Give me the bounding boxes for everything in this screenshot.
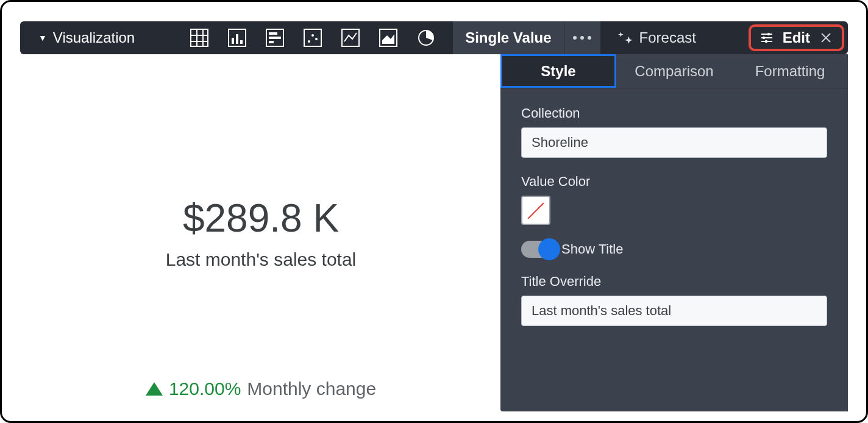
up-triangle-icon <box>146 382 163 396</box>
svg-rect-12 <box>269 41 274 43</box>
comparison-percent: 120.00% <box>169 379 241 399</box>
tab-formatting[interactable]: Formatting <box>732 54 848 88</box>
svg-rect-0 <box>191 29 208 46</box>
pie-chart-icon[interactable] <box>416 28 436 48</box>
show-title-label: Show Title <box>561 241 624 257</box>
table-icon[interactable] <box>190 28 209 48</box>
comparison-label: Monthly change <box>247 379 376 399</box>
value-color-swatch[interactable] <box>521 196 550 225</box>
more-chart-types-button[interactable] <box>564 21 600 54</box>
collection-input[interactable] <box>521 127 827 158</box>
visualization-dropdown[interactable]: ▼ Visualization <box>20 21 147 54</box>
column-chart-icon[interactable] <box>227 28 247 48</box>
svg-rect-11 <box>269 37 281 39</box>
area-chart-icon[interactable] <box>379 28 398 48</box>
svg-rect-7 <box>236 34 238 44</box>
svg-point-23 <box>767 33 769 35</box>
single-value-visualization: $289.8 K Last month's sales total 120.00… <box>20 54 502 411</box>
svg-point-21 <box>764 40 767 43</box>
svg-point-16 <box>315 38 318 40</box>
single-value-label: Single Value <box>465 29 551 46</box>
primary-value: $289.8 K <box>183 196 339 241</box>
panel-body: Collection Value Color Show Title Title … <box>500 88 848 343</box>
bar-chart-icon[interactable] <box>265 28 285 48</box>
comparison-row: 120.00% Monthly change <box>20 379 502 399</box>
svg-rect-13 <box>304 29 321 46</box>
svg-rect-10 <box>269 32 277 35</box>
caret-down-icon: ▼ <box>38 33 47 43</box>
tab-style[interactable]: Style <box>500 54 616 88</box>
title-override-input[interactable] <box>521 296 827 326</box>
scatter-chart-icon[interactable] <box>303 28 322 48</box>
svg-marker-19 <box>382 34 394 44</box>
visualization-label: Visualization <box>53 29 135 46</box>
title-override-field: Title Override <box>521 274 827 326</box>
visualization-toolbar: ▼ Visualization <box>20 21 848 54</box>
value-title: Last month's sales total <box>166 249 357 270</box>
forecast-button[interactable]: Forecast <box>600 21 713 54</box>
tune-icon[interactable] <box>760 30 774 45</box>
show-title-toggle[interactable] <box>521 241 558 258</box>
svg-point-22 <box>762 37 764 39</box>
sparkle-icon <box>617 30 633 46</box>
edit-button-group: Edit <box>749 24 844 51</box>
collection-field: Collection <box>521 105 827 158</box>
close-icon[interactable] <box>819 30 833 45</box>
svg-rect-8 <box>240 40 243 44</box>
chart-type-icons <box>190 28 436 48</box>
single-value-tab[interactable]: Single Value <box>453 21 563 54</box>
svg-rect-6 <box>232 38 234 44</box>
app-frame: ▼ Visualization <box>0 0 868 423</box>
edit-label[interactable]: Edit <box>783 29 810 46</box>
value-color-field: Value Color <box>521 174 827 225</box>
title-override-label: Title Override <box>521 274 827 290</box>
show-title-field: Show Title <box>521 241 827 258</box>
value-color-label: Value Color <box>521 174 827 190</box>
panel-tabs: Style Comparison Formatting <box>500 54 848 88</box>
svg-point-14 <box>308 40 310 43</box>
svg-point-15 <box>311 34 314 37</box>
tab-comparison[interactable]: Comparison <box>616 54 732 88</box>
style-panel: Style Comparison Formatting Collection V… <box>500 54 848 411</box>
forecast-label: Forecast <box>639 29 696 46</box>
collection-label: Collection <box>521 105 827 121</box>
line-chart-icon[interactable] <box>341 28 360 48</box>
